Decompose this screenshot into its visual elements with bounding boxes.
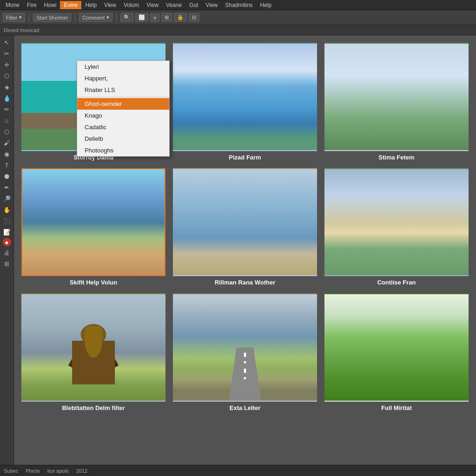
tool-gradient[interactable]: ◉	[2, 149, 12, 159]
address-bar: Dirved monicad	[0, 25, 476, 35]
tool-shape[interactable]: ⬢	[2, 171, 12, 181]
grid-item-5: Rillman Rana Wother	[173, 168, 317, 286]
image-label-7: Blebttatten Delm filter	[62, 404, 125, 411]
tool-extra[interactable]: ⊞	[2, 258, 12, 269]
tool-lasso[interactable]: ⬡	[2, 71, 12, 81]
grid-item-6: Contiise Fran	[324, 168, 469, 286]
status-2: Phicte	[26, 468, 40, 474]
svg-line-2	[70, 347, 81, 366]
grid-item-8: Exta Lelter	[173, 293, 317, 411]
menu-mone[interactable]: Mone	[2, 1, 23, 9]
menu-howi[interactable]: Howi	[40, 1, 60, 9]
tool-zoom[interactable]: 🔎	[2, 193, 12, 204]
tool-brush[interactable]: ✏	[2, 104, 12, 114]
dropdown-menu: Lyleri Happert, Rnater LLS Ghorl-oemder …	[77, 60, 170, 157]
image-label-3: Stima Fetem	[378, 154, 414, 161]
image-label-8: Exta Lelter	[230, 404, 260, 411]
dropdown-cadatlic[interactable]: Cadatlic	[77, 121, 169, 133]
svg-point-0	[81, 324, 106, 345]
grid-item-3: Stima Fetem	[324, 43, 469, 161]
toolbar-align[interactable]: ⊞	[161, 13, 172, 22]
menu-help2[interactable]: Help	[257, 1, 276, 9]
tool-print[interactable]: 🖨	[2, 247, 12, 258]
dropdown-rnater[interactable]: Rnater LLS	[77, 84, 169, 96]
image-7[interactable]	[21, 293, 165, 402]
svg-rect-1	[81, 343, 106, 380]
tool-text[interactable]: T	[2, 160, 12, 170]
image-8[interactable]	[173, 293, 317, 402]
toolbar-lock[interactable]: 🔒	[174, 13, 187, 22]
tool-hand[interactable]: ✋	[2, 205, 12, 215]
tool-special[interactable]: ●	[3, 238, 11, 246]
menu-veane[interactable]: Veane	[162, 1, 185, 9]
toolbar-lines[interactable]: ≡	[150, 13, 159, 22]
image-3[interactable]	[324, 43, 469, 151]
menu-view3[interactable]: View	[202, 1, 221, 9]
toolbar-rect[interactable]: ⬜	[135, 13, 148, 22]
toolbar-sep3	[116, 13, 117, 22]
grid-item-4: Skiflt Help Volun	[21, 168, 165, 286]
image-label-9: Full Miritat	[381, 404, 412, 411]
dropdown-knago[interactable]: Knago	[77, 110, 169, 121]
tool-pen[interactable]: ✒	[2, 182, 12, 192]
menu-fire[interactable]: Fire	[23, 1, 40, 9]
image-label-2: Pizad Farm	[229, 154, 261, 161]
toolbar-sep1	[29, 13, 29, 22]
tool-paint[interactable]: 🖌	[2, 138, 12, 148]
image-label-5: Rillman Rana Wother	[215, 279, 276, 286]
tool-eyedropper[interactable]: 💧	[2, 93, 12, 103]
dropdown-ghorl[interactable]: Ghorl-oemder	[77, 98, 169, 110]
toolbar: Filter ▾ Start Shortcer Comment ▾ 🔍 ⬜ ≡ …	[0, 10, 476, 25]
address-text: Dirved monicad	[4, 27, 39, 33]
image-label-6: Contiise Fran	[377, 279, 416, 286]
menu-shadmitins[interactable]: Shadmitins	[221, 1, 256, 9]
menu-bar: Mone Fire Howi Evine Help View Volum Vie…	[0, 0, 476, 10]
status-1: Subec	[4, 468, 18, 474]
left-toolbar: ↖ ✂ ✛ ⬡ ◈ 💧 ✏ ⌂ ⬡ 🖌 ◉ T ⬢ ✒ 🔎 ✋ ⬛ 📝 ● 🖨 …	[0, 35, 14, 465]
content-area[interactable]: Lyleri Happert, Rnater LLS Ghorl-oemder …	[14, 35, 476, 465]
main-layout: ↖ ✂ ✛ ⬡ ◈ 💧 ✏ ⌂ ⬡ 🖌 ◉ T ⬢ ✒ 🔎 ✋ ⬛ 📝 ● 🖨 …	[0, 35, 476, 465]
filter-dropdown[interactable]: Filter ▾	[3, 13, 25, 22]
comment-label: Comment	[82, 15, 105, 20]
menu-view1[interactable]: View	[100, 1, 120, 9]
image-6[interactable]	[324, 168, 469, 277]
tool-healing[interactable]: ⌂	[2, 115, 12, 126]
toolbar-search[interactable]: 🔍	[120, 13, 133, 22]
tool-magic-wand[interactable]: ◈	[2, 82, 12, 92]
image-2[interactable]	[173, 43, 317, 151]
dropdown-photooghs[interactable]: Photooghs	[77, 145, 169, 156]
tool-note[interactable]: 📝	[2, 227, 12, 237]
tool-clone[interactable]: ⬡	[2, 126, 12, 137]
status-4: 2012	[76, 468, 87, 474]
dropdown-dellelb[interactable]: Dellelb	[77, 133, 169, 145]
dropdown-lyleri[interactable]: Lyleri	[77, 61, 169, 73]
menu-gut[interactable]: Gut	[185, 1, 202, 9]
tool-3d[interactable]: ⬛	[2, 216, 12, 226]
svg-line-3	[106, 347, 117, 366]
image-label-4: Skiflt Help Volun	[70, 279, 117, 286]
filter-arrow: ▾	[19, 14, 22, 20]
status-bar: Subec Phicte lice apols 2012	[0, 465, 476, 476]
grid-item-7: Blebttatten Delm filter	[21, 293, 165, 411]
tool-select[interactable]: ↖	[2, 37, 12, 47]
image-9[interactable]	[324, 293, 469, 402]
comment-arrow: ▾	[106, 14, 109, 20]
filter-label: Filter	[6, 15, 17, 20]
start-shortcer-btn[interactable]: Start Shortcer	[33, 13, 71, 22]
tool-crop[interactable]: ✂	[2, 48, 12, 59]
dropdown-happert[interactable]: Happert,	[77, 73, 169, 84]
toolbar-grid[interactable]: ⊟	[189, 13, 199, 22]
grid-item-2: Pizad Farm	[173, 43, 317, 161]
menu-help[interactable]: Help	[81, 1, 100, 9]
tool-move[interactable]: ✛	[2, 60, 12, 70]
image-5[interactable]	[173, 168, 317, 277]
status-3: lice apols	[47, 468, 69, 474]
menu-view2[interactable]: View	[143, 1, 162, 9]
dropdown-sep	[77, 97, 169, 97]
grid-item-9: Full Miritat	[324, 293, 469, 411]
comment-dropdown[interactable]: Comment ▾	[79, 13, 112, 22]
image-4[interactable]	[21, 168, 165, 277]
toolbar-sep2	[75, 13, 75, 22]
menu-evine[interactable]: Evine	[60, 1, 81, 9]
menu-volum[interactable]: Volum	[120, 1, 143, 9]
